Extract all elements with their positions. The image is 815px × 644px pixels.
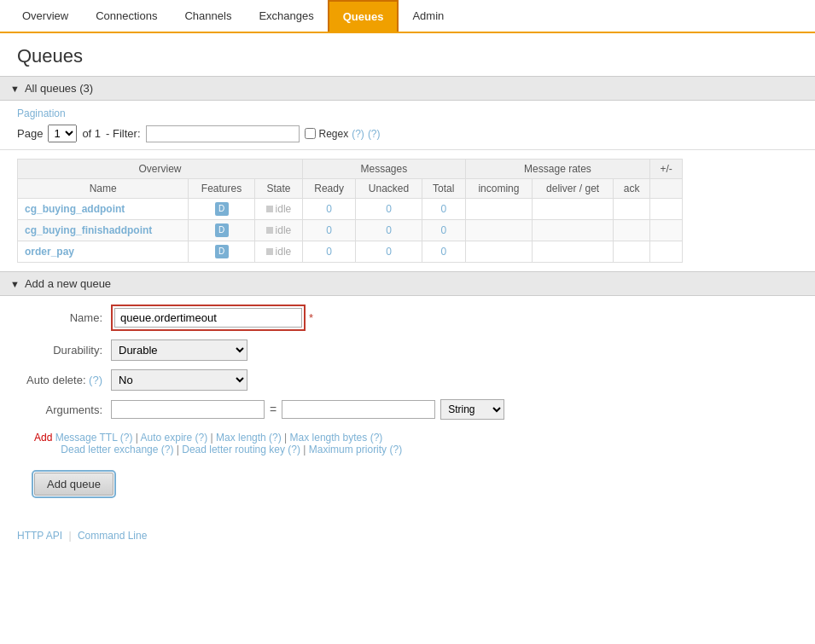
regex-checkbox[interactable] xyxy=(305,128,316,139)
queue-state: idle xyxy=(254,241,302,263)
page-select[interactable]: 1 xyxy=(48,125,77,142)
col-ready: Ready xyxy=(303,179,356,199)
regex-help2[interactable]: (?) xyxy=(368,128,381,140)
queue-ready: 0 xyxy=(303,199,356,220)
auto-delete-row: Auto delete: (?) No Yes xyxy=(17,369,798,391)
queue-incoming xyxy=(465,241,532,263)
ql-ttl-help[interactable]: (?) xyxy=(120,432,133,444)
of-label: of 1 xyxy=(82,127,101,140)
pagination-controls: Page 1 of 1 - Filter: Regex (?) (?) xyxy=(17,125,798,142)
table-row[interactable]: cg_buying_finishaddpoint D idle 0 0 0 xyxy=(18,220,683,241)
queue-state: idle xyxy=(254,220,302,241)
ql-dlrk-help[interactable]: (?) xyxy=(288,444,300,455)
quick-links: Add Message TTL (?) | Auto expire (?) | … xyxy=(17,428,798,464)
col-unacked: Unacked xyxy=(356,179,422,199)
ql-maxlen-help[interactable]: (?) xyxy=(269,432,282,444)
col-deliver-get: deliver / get xyxy=(533,179,614,199)
add-queue-header[interactable]: ▼ Add a new queue xyxy=(0,271,815,296)
queue-unacked: 0 xyxy=(356,199,422,220)
regex-text: Regex xyxy=(319,128,349,140)
ql-message-ttl[interactable]: Message TTL xyxy=(55,432,118,444)
name-input-wrap xyxy=(111,305,306,331)
queue-unacked: 0 xyxy=(356,241,422,263)
table-row[interactable]: cg_buying_addpoint D idle 0 0 0 xyxy=(18,199,683,220)
ql-maxbytes-help[interactable]: (?) xyxy=(370,432,383,444)
queue-extra xyxy=(650,220,683,241)
all-queues-header[interactable]: ▼ All queues (3) xyxy=(0,76,815,101)
group-overview-header: Overview xyxy=(18,160,303,179)
filter-input[interactable] xyxy=(146,125,300,142)
args-type-select[interactable]: String Number Boolean List xyxy=(440,399,504,420)
ql-maximum-priority[interactable]: Maximum priority xyxy=(309,444,387,455)
durability-select[interactable]: Durable Transient xyxy=(111,339,247,361)
col-ack: ack xyxy=(614,179,650,199)
ql-auto-expire[interactable]: Auto expire xyxy=(141,432,193,444)
top-nav: Overview Connections Channels Exchanges … xyxy=(0,0,815,33)
queue-incoming xyxy=(465,199,532,220)
ql-maxpri-help[interactable]: (?) xyxy=(389,444,402,455)
add-queue-section: Name: * Durability: Durable Transient Au… xyxy=(0,296,815,513)
queue-total: 0 xyxy=(422,241,465,263)
ql-max-length[interactable]: Max length xyxy=(216,432,266,444)
queue-state: idle xyxy=(254,199,302,220)
col-state: State xyxy=(254,179,302,199)
footer-sep: | xyxy=(68,530,71,542)
footer-links: HTTP API | Command Line xyxy=(0,513,815,550)
command-line-link[interactable]: Command Line xyxy=(78,530,147,542)
ql-max-length-bytes[interactable]: Max length bytes xyxy=(290,432,368,444)
add-queue-label: Add a new queue xyxy=(25,277,111,290)
ql-expire-help[interactable]: (?) xyxy=(195,432,208,444)
queue-deliver-get xyxy=(533,199,614,220)
table-row[interactable]: order_pay D idle 0 0 0 xyxy=(18,241,683,263)
queue-name-input[interactable] xyxy=(114,308,302,328)
queue-ack xyxy=(614,220,650,241)
ql-dle-help[interactable]: (?) xyxy=(161,444,174,455)
queue-extra xyxy=(650,241,683,263)
queue-total: 0 xyxy=(422,199,465,220)
args-key-input[interactable] xyxy=(111,400,265,419)
nav-channels[interactable]: Channels xyxy=(171,1,245,31)
add-queue-button[interactable]: Add queue xyxy=(34,473,114,496)
nav-exchanges[interactable]: Exchanges xyxy=(245,1,327,31)
queue-features: D xyxy=(189,199,254,220)
nav-connections[interactable]: Connections xyxy=(82,1,171,31)
required-star: * xyxy=(309,311,313,324)
col-extra xyxy=(650,179,683,199)
args-val-input[interactable] xyxy=(282,400,435,419)
queue-name[interactable]: cg_buying_addpoint xyxy=(18,199,189,220)
queue-features: D xyxy=(189,241,254,263)
queue-name[interactable]: order_pay xyxy=(18,241,189,263)
queue-name[interactable]: cg_buying_finishaddpoint xyxy=(18,220,189,241)
pagination-label: Pagination xyxy=(17,107,798,119)
nav-queues[interactable]: Queues xyxy=(328,0,399,32)
filter-label: - Filter: xyxy=(106,127,140,140)
regex-help1[interactable]: (?) xyxy=(352,128,364,140)
col-plus[interactable]: +/- xyxy=(650,160,683,179)
durability-row: Durability: Durable Transient xyxy=(17,339,798,361)
queue-ack xyxy=(614,199,650,220)
queue-ready: 0 xyxy=(303,241,356,263)
ql-dead-letter-routing-key[interactable]: Dead letter routing key xyxy=(182,444,285,455)
all-queues-content: Pagination Page 1 of 1 - Filter: Regex (… xyxy=(0,101,815,271)
nav-overview[interactable]: Overview xyxy=(9,1,82,31)
arguments-label: Arguments: xyxy=(17,403,111,416)
auto-delete-select[interactable]: No Yes xyxy=(111,369,247,391)
ql-dead-letter-exchange[interactable]: Dead letter exchange xyxy=(61,444,158,455)
queue-features: D xyxy=(189,220,254,241)
queues-table-wrap: Overview Messages Message rates +/- Name… xyxy=(0,150,815,271)
queue-deliver-get xyxy=(533,241,614,263)
auto-delete-help[interactable]: (?) xyxy=(89,374,102,386)
queue-ready: 0 xyxy=(303,220,356,241)
name-label: Name: xyxy=(17,311,111,324)
http-api-link[interactable]: HTTP API xyxy=(17,530,62,542)
arguments-row: Arguments: = String Number Boolean List xyxy=(17,399,798,420)
col-name: Name xyxy=(18,179,189,199)
nav-admin[interactable]: Admin xyxy=(399,1,457,31)
add-queue-arrow: ▼ xyxy=(10,279,20,289)
queue-unacked: 0 xyxy=(356,220,422,241)
queue-extra xyxy=(650,199,683,220)
group-messages-header: Messages xyxy=(303,160,466,179)
col-total: Total xyxy=(422,179,465,199)
durability-label: Durability: xyxy=(17,344,111,357)
page-title: Queues xyxy=(0,33,815,76)
